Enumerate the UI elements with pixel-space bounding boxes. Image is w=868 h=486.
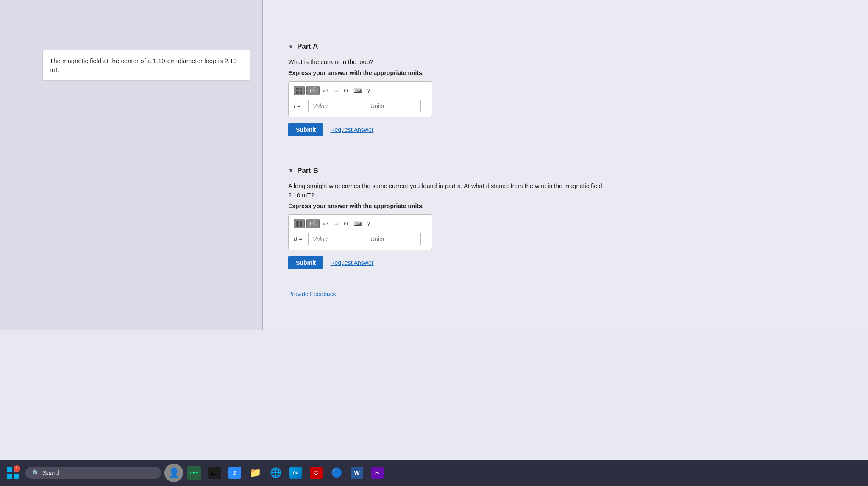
part-b-grid-button[interactable] (294, 219, 305, 228)
part-b-variable-label: d = (294, 236, 306, 242)
part-b-undo-button[interactable]: ↩ (321, 219, 330, 228)
part-b-action-row: Submit Request Answer (288, 256, 843, 269)
search-label: Search (43, 469, 61, 476)
part-a-redo-button[interactable]: ↪ (331, 86, 340, 95)
part-b-submit-button[interactable]: Submit (288, 256, 323, 269)
taskbar-search[interactable]: 🔍 Search (25, 467, 161, 479)
part-a-refresh-button[interactable]: ↻ (342, 86, 350, 95)
search-icon: 🔍 (32, 469, 39, 476)
part-a-express: Express your answer with the appropriate… (288, 69, 843, 76)
part-b-toolbar: μÅ ↩ ↪ ↻ ⌨ ? (294, 219, 427, 228)
part-b-help-button[interactable]: ? (365, 219, 372, 228)
file-explorer-icon[interactable]: 🗂 (205, 464, 224, 482)
part-b-mu-button[interactable]: μÅ (306, 219, 320, 228)
part-b-request-button[interactable]: Request Answer (330, 259, 373, 266)
part-b-collapse-arrow[interactable]: ▼ (288, 167, 294, 174)
ms-store-icon[interactable]: 🛍 (287, 464, 305, 482)
part-b-question: A long straight wire carries the same cu… (288, 182, 610, 200)
folder-icon[interactable]: 📁 (246, 464, 264, 482)
part-a-submit-button[interactable]: Submit (288, 123, 323, 136)
notification-badge: 1 (14, 465, 20, 472)
pre-icon[interactable]: PRE (185, 464, 203, 482)
right-panel: ▼ Part A What is the current in the loop… (263, 0, 868, 330)
part-a-header[interactable]: ▼ Part A (288, 42, 843, 51)
part-b-refresh-button[interactable]: ↻ (342, 219, 350, 228)
part-b-section: ▼ Part B A long straight wire carries th… (263, 158, 868, 307)
chrome-icon[interactable]: 🔵 (327, 464, 346, 482)
zoom-icon[interactable]: Z (225, 464, 244, 482)
part-a-grid-button[interactable] (294, 86, 305, 95)
provide-feedback-link[interactable]: Provide Feedback (288, 291, 336, 297)
part-a-units-input[interactable] (366, 100, 421, 112)
edge-icon[interactable]: 🌐 (266, 464, 285, 482)
part-a-collapse-arrow[interactable]: ▼ (288, 44, 294, 50)
word-icon[interactable]: W (348, 464, 366, 482)
part-a-undo-button[interactable]: ↩ (321, 86, 330, 95)
part-b-title: Part B (297, 167, 318, 175)
part-a-help-button[interactable]: ? (365, 86, 372, 95)
problem-box: The magnetic field at the center of a 1.… (42, 50, 250, 81)
snip-icon[interactable]: ✂ (368, 464, 387, 482)
part-a-mu-button[interactable]: μÅ (306, 86, 320, 95)
part-b-value-input[interactable] (308, 233, 363, 245)
problem-text: The magnetic field at the center of a 1.… (50, 57, 237, 73)
start-button[interactable]: 1 (3, 464, 22, 482)
part-a-value-input[interactable] (308, 100, 363, 112)
part-b-units-input[interactable] (366, 233, 421, 245)
part-a-title: Part A (297, 42, 318, 51)
part-b-keyboard-button[interactable]: ⌨ (352, 219, 364, 228)
part-b-header[interactable]: ▼ Part B (288, 167, 843, 175)
part-b-input-container: μÅ ↩ ↪ ↻ ⌨ ? d = (288, 214, 432, 250)
part-a-input-container: μÅ ↩ ↪ ↻ ⌨ ? I = (288, 81, 432, 117)
part-a-section: ▼ Part A What is the current in the loop… (263, 0, 868, 158)
part-a-question: What is the current in the loop? (288, 58, 843, 67)
part-a-action-row: Submit Request Answer (288, 123, 843, 136)
part-b-redo-button[interactable]: ↪ (331, 219, 340, 228)
part-b-answer-row: d = (294, 233, 427, 245)
taskbar: 1 🔍 Search 👤 PRE 🗂 Z 📁 (0, 460, 868, 486)
part-a-answer-row: I = (294, 100, 427, 112)
mcafee-icon[interactable]: 🛡 (307, 464, 326, 482)
part-b-express: Express your answer with the appropriate… (288, 203, 843, 209)
part-a-request-button[interactable]: Request Answer (330, 126, 373, 133)
part-a-keyboard-button[interactable]: ⌨ (352, 86, 364, 95)
part-a-toolbar: μÅ ↩ ↪ ↻ ⌨ ? (294, 86, 427, 95)
left-panel: The magnetic field at the center of a 1.… (0, 0, 263, 330)
taskbar-avatar[interactable]: 👤 (164, 464, 183, 482)
part-a-variable-label: I = (294, 103, 306, 109)
